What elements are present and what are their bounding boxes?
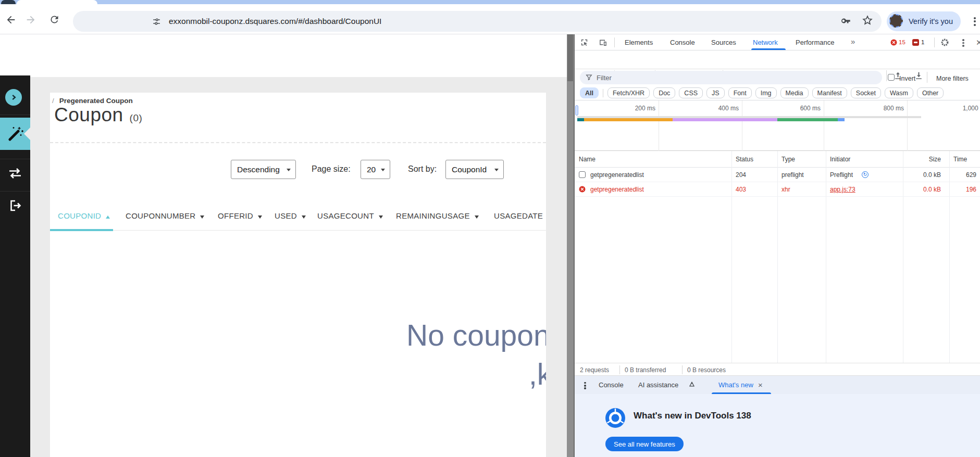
- drawer-tab-ai-assistance[interactable]: AI assistance: [638, 381, 678, 389]
- coupon-card: /Pregenerated Coupon Coupon(0) Descendin…: [50, 93, 546, 457]
- tab-elements[interactable]: Elements: [625, 39, 653, 46]
- column-name[interactable]: Name: [579, 156, 596, 163]
- see-all-new-features-button[interactable]: See all new features: [605, 437, 684, 451]
- select-caret-icon: [494, 169, 499, 171]
- profile-label: Verify it's you: [909, 17, 953, 26]
- column-initiator[interactable]: Initiator: [830, 156, 850, 163]
- column-header-usagecount[interactable]: USAGECOUNT: [317, 211, 383, 220]
- column-header-remainingusage[interactable]: REMAININGUSAGE: [396, 211, 479, 220]
- column-type[interactable]: Type: [781, 156, 795, 163]
- chip-css[interactable]: CSS: [679, 87, 703, 98]
- sort-direction-select[interactable]: Descending: [231, 160, 296, 179]
- profile-verify-button[interactable]: Verify it's you: [887, 11, 961, 31]
- chip-socket[interactable]: Socket: [851, 87, 881, 98]
- network-overview-timeline[interactable]: 200 ms 400 ms 600 ms 800 ms 1,000 ms: [575, 100, 980, 151]
- device-toolbar-icon[interactable]: [599, 38, 607, 47]
- chevron-right-icon: [10, 94, 17, 101]
- column-header-used[interactable]: USED: [275, 211, 306, 220]
- site-settings-icon[interactable]: [152, 17, 161, 26]
- active-column-underline: [50, 229, 113, 231]
- drawer-tab-close-icon[interactable]: ×: [758, 380, 763, 389]
- chip-font[interactable]: Font: [728, 87, 752, 98]
- invert-filter-checkbox[interactable]: [888, 74, 895, 81]
- page-size-label: Page size:: [312, 164, 351, 174]
- more-tabs-icon[interactable]: »: [851, 37, 855, 46]
- drawer-menu-kebab-icon[interactable]: [583, 381, 587, 390]
- chip-doc[interactable]: Doc: [653, 87, 675, 98]
- sidebar-item-transactions[interactable]: [0, 159, 30, 188]
- preflight-link-icon[interactable]: ↻: [862, 171, 869, 178]
- column-header-usagedate[interactable]: USAGEDATE: [494, 211, 546, 220]
- tab-sources[interactable]: Sources: [711, 39, 736, 46]
- chip-media[interactable]: Media: [780, 87, 809, 98]
- column-header-offerid[interactable]: OFFERID: [218, 211, 262, 220]
- sidebar-expand-button[interactable]: [5, 89, 22, 106]
- more-filters-button[interactable]: More filters: [936, 75, 969, 82]
- request-error-icon: [579, 186, 586, 193]
- export-har-icon[interactable]: [914, 71, 923, 80]
- column-time[interactable]: Time: [953, 156, 967, 163]
- request-status: 204: [736, 171, 746, 179]
- request-time: 629: [966, 171, 976, 179]
- error-count[interactable]: 15: [899, 39, 905, 45]
- devtools-tab-bar: Elements Console Sources Network Perform…: [575, 34, 980, 50]
- network-filter-field[interactable]: [580, 71, 882, 84]
- drawer-tab-console[interactable]: Console: [599, 381, 624, 389]
- back-icon[interactable]: [5, 14, 17, 26]
- sidebar-item-logout[interactable]: [0, 191, 30, 220]
- column-header-couponid[interactable]: COUPONID: [58, 211, 110, 220]
- network-filter-input[interactable]: [597, 71, 873, 84]
- timeline-tick-600ms: 600 ms: [784, 105, 821, 112]
- column-status[interactable]: Status: [736, 156, 753, 163]
- timeline-window-handle[interactable]: [575, 105, 578, 116]
- tab-console[interactable]: Console: [670, 39, 695, 46]
- active-tab-top[interactable]: [17, 0, 97, 4]
- sort-desc-icon: [302, 215, 306, 219]
- tab-network[interactable]: Network: [753, 39, 778, 46]
- coupon-count: (0): [130, 112, 143, 123]
- breadcrumb-label[interactable]: Pregenerated Coupon: [59, 97, 133, 105]
- network-request-row[interactable]: getpregeneratedlist 204 preflight Prefli…: [575, 168, 980, 182]
- error-count-icon[interactable]: [890, 39, 897, 46]
- issues-icon[interactable]: [912, 39, 919, 46]
- chip-manifest[interactable]: Manifest: [812, 87, 847, 98]
- settings-gear-icon[interactable]: [940, 38, 949, 47]
- browser-menu-kebab-icon[interactable]: [972, 16, 977, 27]
- chip-fetch-xhr[interactable]: Fetch/XHR: [607, 87, 650, 98]
- column-size[interactable]: Size: [903, 156, 945, 163]
- chip-img[interactable]: Img: [755, 87, 777, 98]
- column-header-couponnumber[interactable]: COUPONNUMBER: [126, 211, 204, 220]
- row-checkbox[interactable]: [579, 171, 586, 178]
- devtools-chrome-logo-icon: [605, 408, 626, 428]
- logout-icon: [9, 200, 21, 211]
- tab-performance[interactable]: Performance: [796, 39, 834, 46]
- active-item-notch: [24, 128, 30, 140]
- inspect-element-icon[interactable]: [580, 38, 589, 47]
- devtools-close-icon[interactable]: ✕: [976, 38, 980, 47]
- page-scrollbar[interactable]: [567, 34, 574, 457]
- password-key-icon[interactable]: [840, 15, 851, 27]
- url-input[interactable]: [169, 11, 794, 32]
- chip-js[interactable]: JS: [706, 87, 725, 98]
- request-initiator-link[interactable]: app.js:73: [830, 186, 855, 193]
- request-name[interactable]: getpregeneratedlist: [590, 186, 644, 193]
- page-size-select[interactable]: 20: [361, 160, 390, 179]
- devtools-menu-kebab-icon[interactable]: [961, 38, 965, 48]
- reload-icon[interactable]: [49, 14, 60, 25]
- drawer-tab-whats-new[interactable]: What's new: [718, 381, 753, 389]
- transferred-total: 0 B transferred: [625, 366, 666, 374]
- bookmark-star-icon[interactable]: [862, 15, 873, 26]
- request-name[interactable]: getpregeneratedlist: [590, 171, 644, 179]
- invert-filter-label[interactable]: Invert: [899, 75, 915, 82]
- chip-wasm[interactable]: Wasm: [885, 87, 913, 98]
- url-bar[interactable]: [73, 11, 882, 32]
- chip-divider: [603, 89, 603, 97]
- scrollbar-thumb[interactable]: [567, 34, 573, 81]
- chip-all[interactable]: All: [580, 87, 599, 98]
- network-request-row-error[interactable]: getpregeneratedlist 403 xhr app.js:73 0.…: [575, 182, 980, 197]
- request-initiator[interactable]: Preflight: [830, 171, 853, 179]
- sort-by-select[interactable]: CouponId: [445, 160, 504, 179]
- chip-other[interactable]: Other: [917, 87, 944, 98]
- issue-count[interactable]: 1: [921, 39, 924, 45]
- forward-icon[interactable]: [25, 14, 36, 26]
